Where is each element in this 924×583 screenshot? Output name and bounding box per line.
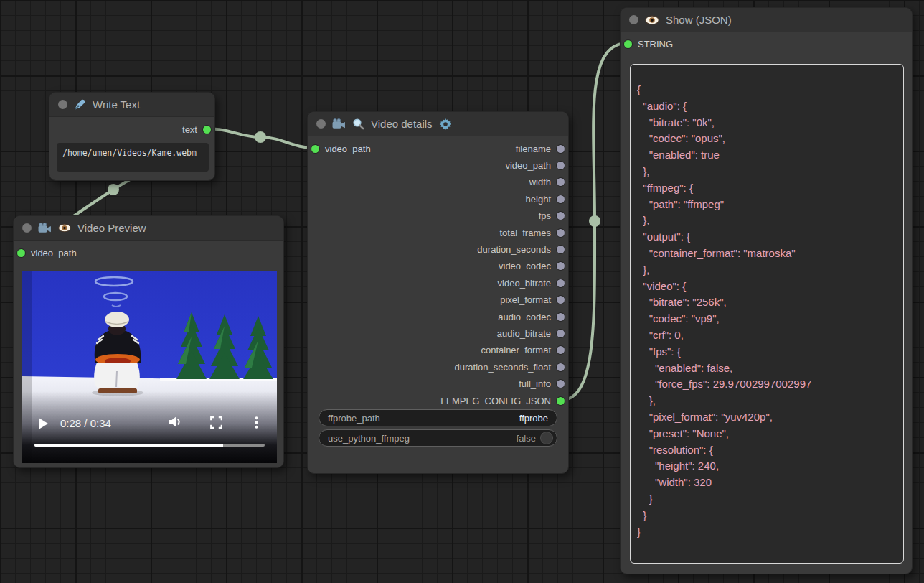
output-label: filename xyxy=(516,144,551,154)
output-label: video_path xyxy=(505,160,551,171)
output-port[interactable] xyxy=(557,145,565,153)
video-time: 0:28 / 0:34 xyxy=(60,417,111,429)
volume-icon[interactable] xyxy=(168,416,182,430)
node-header[interactable]: Video details xyxy=(308,112,568,136)
input-port-video-path[interactable] xyxy=(17,249,25,257)
output-label: duration_seconds_float xyxy=(455,362,551,373)
output-port[interactable] xyxy=(557,178,565,186)
eye-icon xyxy=(645,15,659,25)
widget-value: false xyxy=(517,433,536,444)
output-port[interactable] xyxy=(557,246,565,253)
input-port-string[interactable] xyxy=(624,40,632,48)
collapse-dot[interactable] xyxy=(58,100,67,109)
node-title: Video Preview xyxy=(77,222,146,234)
toggle-knob[interactable] xyxy=(540,432,553,444)
node-title: Show (JSON) xyxy=(666,14,732,26)
output-label: height xyxy=(526,194,551,205)
output-label: fps xyxy=(539,210,551,221)
output-label: pixel_format xyxy=(500,294,551,305)
output-port[interactable] xyxy=(557,279,565,287)
node-header[interactable]: Video Preview xyxy=(14,216,283,241)
input-label-video-path: video_path xyxy=(31,248,77,258)
output-label: width xyxy=(529,177,551,187)
video-progress-bar[interactable] xyxy=(34,444,265,447)
collapse-dot[interactable] xyxy=(629,15,638,24)
gear-icon[interactable] xyxy=(439,118,452,131)
camera-icon xyxy=(332,118,346,129)
widget-value: ffprobe xyxy=(519,413,548,424)
output-port[interactable] xyxy=(557,380,565,388)
output-label: audio_bitrate xyxy=(497,328,551,339)
output-label-text: text xyxy=(182,124,197,135)
camera-icon xyxy=(38,223,52,233)
more-icon[interactable] xyxy=(255,416,258,432)
widget-label: use_python_ffmpeg xyxy=(328,433,517,444)
widget-ffprobe-path[interactable]: ffprobe_path ffprobe xyxy=(319,409,557,426)
output-port[interactable] xyxy=(557,229,565,237)
output-label-ffmpeg-config-json: FFMPEG_CONFIG_JSON xyxy=(440,396,551,406)
node-video-preview[interactable]: Video Preview video_path xyxy=(13,215,284,468)
output-port[interactable] xyxy=(557,330,565,337)
eye-icon xyxy=(58,223,71,233)
output-port[interactable] xyxy=(557,363,565,371)
output-port[interactable] xyxy=(557,212,565,220)
output-port[interactable] xyxy=(557,346,565,354)
output-label: audio_codec xyxy=(498,312,551,322)
node-title: Write Text xyxy=(93,98,140,111)
json-content: { "audio": { "bitrate": "0k", "codec": "… xyxy=(637,82,896,540)
node-write-text[interactable]: Write Text text /home/umen/Videos/Kame.w… xyxy=(49,92,215,181)
text-input[interactable]: /home/umen/Videos/Kame.webm xyxy=(57,143,209,172)
input-label-string: STRING xyxy=(638,39,673,50)
collapse-dot[interactable] xyxy=(22,223,32,233)
node-header[interactable]: Write Text xyxy=(50,93,214,117)
collapse-dot[interactable] xyxy=(316,119,326,129)
widget-label: ffprobe_path xyxy=(328,413,519,424)
output-port[interactable] xyxy=(557,296,565,304)
widget-use-python-ffmpeg[interactable]: use_python_ffmpeg false xyxy=(319,429,557,447)
progress-fill xyxy=(34,444,223,447)
reroute-dot[interactable] xyxy=(255,131,266,143)
node-header[interactable]: Show (JSON) xyxy=(621,8,912,32)
input-label-video-path: video_path xyxy=(325,144,371,154)
output-port-text[interactable] xyxy=(203,126,211,134)
output-label: total_frames xyxy=(499,228,551,238)
node-title: Video details xyxy=(371,118,433,130)
pen-icon xyxy=(74,98,86,111)
node-video-details[interactable]: Video details video_path filename video_… xyxy=(307,111,569,474)
json-display[interactable]: { "audio": { "bitrate": "0k", "codec": "… xyxy=(630,64,904,564)
output-label: video_bitrate xyxy=(498,278,551,289)
output-label: duration_seconds xyxy=(477,244,551,255)
output-port[interactable] xyxy=(557,162,565,169)
output-label: full_info xyxy=(519,378,551,389)
output-port-ffmpeg-config-json[interactable] xyxy=(557,397,565,405)
magnifier-icon xyxy=(352,118,364,130)
output-label: video_codec xyxy=(499,261,551,271)
output-port[interactable] xyxy=(557,313,565,321)
reroute-dot[interactable] xyxy=(108,184,119,195)
play-icon[interactable] xyxy=(39,418,48,429)
input-port-video-path[interactable] xyxy=(311,145,319,153)
fullscreen-icon[interactable] xyxy=(210,416,222,432)
output-port[interactable] xyxy=(557,195,565,203)
reroute-dot[interactable] xyxy=(589,215,600,227)
video-player[interactable]: 0:28 / 0:34 xyxy=(22,271,277,463)
output-label: container_format xyxy=(481,345,551,355)
output-port[interactable] xyxy=(557,262,565,270)
node-show-json[interactable]: Show (JSON) STRING { "audio": { "bitrate… xyxy=(620,7,913,574)
